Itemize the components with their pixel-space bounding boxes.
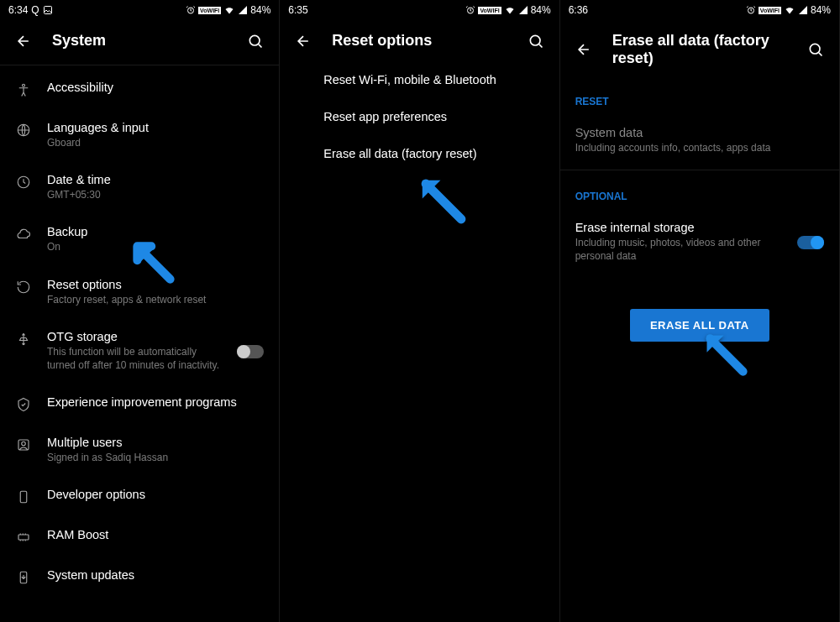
update-icon <box>15 570 32 585</box>
item-experience[interactable]: Experience improvement programs <box>0 384 279 424</box>
item-subtitle: Signed in as Sadiq Hassan <box>47 451 264 464</box>
status-bar: 6:35 VoWIFI 84% <box>280 0 559 20</box>
item-reset-options[interactable]: Reset options Factory reset, apps & netw… <box>0 266 279 318</box>
reset-section-label: RESET <box>560 79 839 114</box>
vowifi-icon: VoWIFI <box>478 7 501 14</box>
screen-reset-options: 6:35 VoWIFI 84% Reset options Reset Wi-F… <box>280 0 559 622</box>
wifi-icon <box>223 5 235 15</box>
app-bar: Erase all data (factory reset) <box>560 20 839 79</box>
screen-erase-all-data: 6:36 VoWIFI 84% Erase all data (factory … <box>560 0 840 622</box>
settings-list: Accessibility Languages & input Gboard D… <box>0 69 279 597</box>
battery-text: 84% <box>250 4 270 16</box>
item-title: OTG storage <box>47 330 222 343</box>
battery-text: 84% <box>811 4 831 16</box>
item-subtitle: This function will be automatically turn… <box>47 345 222 372</box>
search-icon[interactable] <box>807 41 824 58</box>
item-subtitle: On <box>47 240 264 254</box>
erase-storage-toggle[interactable] <box>797 236 824 249</box>
svg-rect-9 <box>18 535 29 540</box>
item-developer-options[interactable]: Developer options <box>0 476 279 516</box>
svg-rect-0 <box>44 7 51 14</box>
svg-point-2 <box>250 35 260 45</box>
status-image-icon <box>43 5 53 15</box>
wifi-icon <box>784 5 795 15</box>
item-title: System updates <box>47 568 264 582</box>
status-time: 6:34 <box>8 4 28 16</box>
item-backup[interactable]: Backup On <box>0 213 279 265</box>
svg-point-7 <box>22 442 26 446</box>
erase-storage-item[interactable]: Erase internal storage Including music, … <box>560 209 839 274</box>
svg-point-16 <box>810 44 820 54</box>
item-subtitle: Gboard <box>47 136 264 149</box>
svg-rect-8 <box>20 492 27 504</box>
status-time: 6:35 <box>288 4 307 16</box>
system-data-item[interactable]: System data Including accounts info, con… <box>560 114 839 166</box>
vowifi-icon: VoWIFI <box>759 7 781 14</box>
status-app-icon: Q <box>31 4 39 16</box>
item-languages[interactable]: Languages & input Gboard <box>0 109 279 161</box>
user-icon <box>15 437 32 452</box>
globe-icon <box>15 123 32 138</box>
item-ram-boost[interactable]: RAM Boost <box>0 516 279 557</box>
item-subtitle: Including accounts info, contacts, apps … <box>575 141 824 154</box>
otg-toggle[interactable] <box>237 345 264 358</box>
phone-icon <box>15 489 32 504</box>
item-system-updates[interactable]: System updates <box>0 557 279 597</box>
usb-icon <box>15 332 32 347</box>
erase-all-data-item[interactable]: Erase all data (factory reset) <box>280 135 559 172</box>
page-title: Erase all data (factory reset) <box>612 32 787 67</box>
search-icon[interactable] <box>528 33 544 50</box>
pointer-arrow <box>418 176 469 227</box>
back-icon[interactable] <box>295 33 312 50</box>
item-title: RAM Boost <box>47 528 264 541</box>
alarm-icon <box>186 5 196 15</box>
alarm-icon <box>746 5 756 15</box>
item-date-time[interactable]: Date & time GMT+05:30 <box>0 161 279 213</box>
item-title: Erase internal storage <box>575 221 782 234</box>
clock-icon <box>15 175 32 190</box>
signal-icon <box>238 5 248 15</box>
app-bar: System <box>0 20 279 61</box>
svg-marker-14 <box>423 180 441 199</box>
item-title: Reset options <box>47 278 264 291</box>
item-title: System data <box>575 126 824 139</box>
search-icon[interactable] <box>247 33 264 50</box>
reset-app-prefs-item[interactable]: Reset app preferences <box>280 98 559 135</box>
page-title: System <box>52 32 227 50</box>
erase-all-data-button[interactable]: ERASE ALL DATA <box>630 309 769 342</box>
item-title: Experience improvement programs <box>47 395 264 409</box>
battery-text: 84% <box>531 4 551 16</box>
page-title: Reset options <box>332 32 507 50</box>
status-bar: 6:36 VoWIFI 84% <box>560 0 839 20</box>
alarm-icon <box>465 5 475 15</box>
item-accessibility[interactable]: Accessibility <box>0 69 279 109</box>
item-title: Multiple users <box>47 436 264 449</box>
item-title: Developer options <box>47 488 264 501</box>
optional-section-label: OPTIONAL <box>560 174 839 209</box>
app-bar: Reset options <box>280 20 559 61</box>
item-title: Accessibility <box>47 81 264 94</box>
item-title: Backup <box>47 225 264 238</box>
item-subtitle: Including music, photos, videos and othe… <box>575 236 782 263</box>
back-icon[interactable] <box>15 33 32 50</box>
signal-icon <box>798 5 808 15</box>
accessibility-icon <box>15 82 32 97</box>
screen-system: 6:34 Q VoWIFI 84% System <box>0 0 280 622</box>
reset-icon <box>15 280 32 295</box>
item-otg-storage[interactable]: OTG storage This function will be automa… <box>0 318 279 384</box>
item-subtitle: Factory reset, apps & network reset <box>47 293 264 306</box>
status-time: 6:36 <box>569 4 588 16</box>
back-icon[interactable] <box>575 41 592 58</box>
vowifi-icon: VoWIFI <box>198 7 221 14</box>
cloud-icon <box>15 227 32 242</box>
status-bar: 6:34 Q VoWIFI 84% <box>0 0 279 20</box>
shield-arrow-icon <box>15 397 32 412</box>
reset-wifi-item[interactable]: Reset Wi-Fi, mobile & Bluetooth <box>280 61 559 98</box>
svg-point-13 <box>530 35 540 45</box>
item-subtitle: GMT+05:30 <box>47 188 264 201</box>
signal-icon <box>518 5 528 15</box>
ram-icon <box>15 530 32 545</box>
item-multiple-users[interactable]: Multiple users Signed in as Sadiq Hassan <box>0 424 279 476</box>
item-title: Languages & input <box>47 121 264 134</box>
item-title: Date & time <box>47 173 264 186</box>
